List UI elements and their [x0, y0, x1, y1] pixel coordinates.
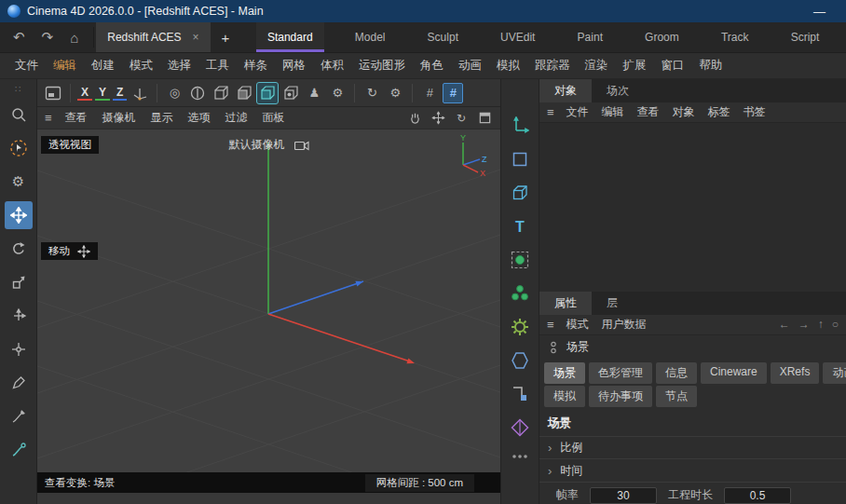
lock-y-axis-button[interactable]: Y — [95, 85, 110, 101]
nav-back-icon[interactable]: ← — [779, 318, 790, 331]
tab-attributes[interactable]: 属性 — [539, 292, 592, 315]
section-btn-nodes[interactable]: 节点 — [656, 386, 697, 407]
tool-settings[interactable]: ⚙ — [5, 168, 33, 196]
zoom-tool[interactable] — [5, 101, 33, 129]
section-btn-animation[interactable]: 动画 — [823, 362, 846, 384]
vp-menu-options[interactable]: 选项 — [181, 110, 218, 126]
spline-corner-icon[interactable] — [507, 381, 533, 407]
snap-toggle-icon[interactable]: # — [443, 83, 463, 103]
menu-spline[interactable]: 样条 — [237, 58, 275, 74]
undo-icon[interactable]: ↶ — [13, 29, 25, 46]
layout-tab-uvedit[interactable]: UVEdit — [489, 22, 546, 52]
ngon-object-icon[interactable] — [507, 347, 533, 374]
layout-tab-sculpt[interactable]: Sculpt — [416, 22, 470, 52]
cluster-object-icon[interactable] — [507, 280, 533, 306]
move-tool[interactable] — [5, 201, 33, 229]
view-name-label[interactable]: 透视视图 — [41, 136, 99, 154]
menu-render[interactable]: 渲染 — [578, 58, 616, 74]
object-mode-cube-icon[interactable] — [211, 83, 231, 103]
menu-edit[interactable]: 编辑 — [46, 58, 84, 74]
object-list[interactable] — [539, 123, 846, 292]
om-menu-tags[interactable]: 标签 — [702, 104, 737, 120]
transform-axes-icon[interactable] — [507, 113, 533, 139]
grid-icon[interactable]: # — [419, 83, 440, 103]
section-btn-color-management[interactable]: 色彩管理 — [589, 362, 652, 384]
section-btn-todo[interactable]: 待办事项 — [589, 386, 652, 407]
project-duration-input[interactable]: 0.5 — [724, 487, 791, 504]
document-tab[interactable]: Redshift ACES × — [96, 22, 210, 52]
layout-tab-groom[interactable]: Groom — [634, 22, 690, 52]
lock-z-axis-button[interactable]: Z — [113, 85, 127, 101]
lock-x-axis-button[interactable]: X — [77, 85, 92, 101]
pen-tool[interactable] — [5, 369, 33, 397]
menu-simulate[interactable]: 模拟 — [489, 58, 527, 74]
simulation-gear-icon[interactable]: ⚙ — [385, 83, 405, 103]
redo-icon[interactable]: ↷ — [42, 29, 54, 46]
vp-menu-display[interactable]: 显示 — [143, 110, 181, 126]
platonic-object-icon[interactable] — [507, 415, 533, 441]
live-selection-tool[interactable] — [5, 134, 33, 162]
scale-tool[interactable] — [5, 268, 33, 296]
menu-volume[interactable]: 体积 — [313, 58, 351, 74]
vp-menu-view[interactable]: 查看 — [58, 110, 95, 126]
section-btn-simulation[interactable]: 模拟 — [544, 386, 585, 407]
menu-select[interactable]: 选择 — [160, 58, 198, 74]
active-mode-cube-icon[interactable] — [257, 83, 278, 103]
layout-tab-paint[interactable]: Paint — [566, 22, 614, 52]
vp-menu-filter[interactable]: 过滤 — [218, 110, 255, 126]
om-hamburger-icon[interactable]: ≡ — [547, 105, 554, 119]
menu-file[interactable]: 文件 — [7, 58, 46, 74]
sketch-tool[interactable] — [5, 402, 33, 430]
coordinate-tool[interactable] — [5, 335, 33, 363]
layout-tab-track[interactable]: Track — [710, 22, 760, 52]
am-menu-mode[interactable]: 模式 — [560, 317, 595, 333]
menu-tracker[interactable]: 跟踪器 — [527, 58, 578, 74]
character-icon[interactable]: ♟ — [304, 83, 324, 103]
close-tab-icon[interactable]: × — [193, 31, 199, 44]
menu-extensions[interactable]: 扩展 — [616, 58, 654, 74]
menu-mesh[interactable]: 网格 — [275, 58, 313, 74]
nav-up-icon[interactable]: ↑ — [818, 318, 824, 331]
tab-layers[interactable]: 层 — [592, 292, 633, 315]
layout-tab-model[interactable]: Model — [344, 22, 397, 52]
viewport-hamburger-icon[interactable]: ≡ — [45, 111, 52, 125]
vp-menu-camera[interactable]: 摄像机 — [95, 110, 143, 126]
viewport-canvas[interactable]: 透视视图 默认摄像机 Y Z X 移动 — [37, 129, 500, 472]
orbit-view-icon[interactable]: ↻ — [453, 110, 470, 127]
menu-mograph[interactable]: 运动图形 — [351, 58, 413, 74]
om-menu-file[interactable]: 文件 — [560, 104, 595, 120]
group-time[interactable]: › 时间 — [539, 458, 846, 482]
add-tab-button[interactable]: + — [211, 22, 241, 52]
om-menu-bookmarks[interactable]: 书签 — [737, 104, 772, 120]
generator-gear-icon[interactable] — [507, 314, 533, 340]
object-link-icon[interactable] — [548, 341, 559, 354]
am-hamburger-icon[interactable]: ≡ — [547, 318, 554, 332]
menu-tools[interactable]: 工具 — [198, 58, 237, 74]
om-menu-view[interactable]: 查看 — [631, 104, 666, 120]
minimize-button[interactable]: — — [813, 5, 826, 19]
pan-hand-icon[interactable] — [406, 110, 423, 127]
texture-mode-cube-icon[interactable] — [280, 83, 301, 103]
plane-object-icon[interactable] — [507, 146, 533, 172]
vp-menu-panel[interactable]: 面板 — [255, 110, 293, 126]
camera-label[interactable]: 默认摄像机 — [229, 137, 309, 153]
rotate-tool[interactable] — [5, 235, 33, 263]
axis-center-icon[interactable] — [187, 83, 208, 103]
character-settings-gear-icon[interactable]: ⚙ — [327, 83, 348, 103]
cube-object-icon[interactable] — [507, 180, 533, 206]
maximize-view-icon[interactable] — [476, 110, 493, 127]
workplane-icon[interactable] — [43, 83, 63, 103]
text-object-icon[interactable]: T — [507, 213, 533, 239]
nav-forward-icon[interactable]: → — [798, 318, 810, 331]
target-mode-icon[interactable]: ◎ — [164, 83, 184, 103]
section-btn-xrefs[interactable]: XRefs — [771, 362, 820, 384]
section-btn-scene[interactable]: 场景 — [544, 362, 585, 384]
om-menu-objects[interactable]: 对象 — [666, 104, 702, 120]
fps-input[interactable]: 30 — [590, 487, 657, 504]
group-scale[interactable]: › 比例 — [539, 436, 846, 459]
menu-mode[interactable]: 模式 — [122, 58, 160, 74]
am-menu-userdata[interactable]: 用户数据 — [595, 317, 653, 333]
layout-tab-standard[interactable]: Standard — [256, 22, 324, 52]
menu-help[interactable]: 帮助 — [692, 58, 730, 74]
instance-object-icon[interactable] — [507, 247, 533, 273]
